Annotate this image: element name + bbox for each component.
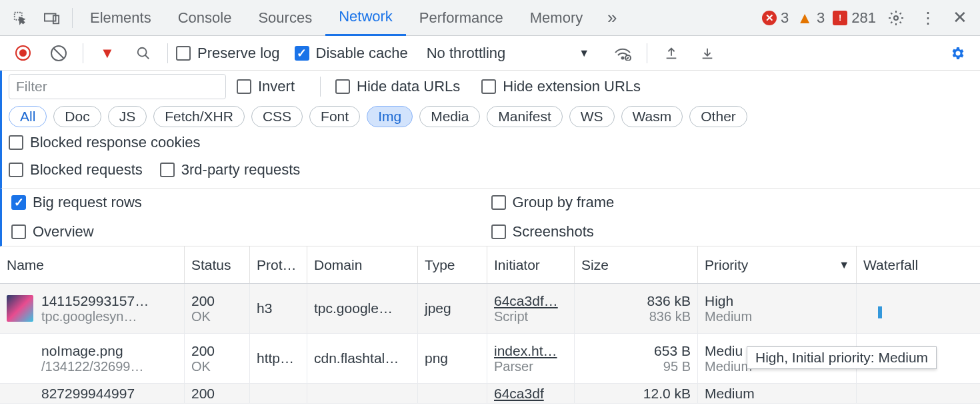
filter-bar: Invert Hide data URLs Hide extension URL… bbox=[0, 71, 980, 103]
cell-priority: High Medium bbox=[698, 284, 857, 333]
overview-option[interactable]: Overview bbox=[11, 223, 481, 240]
blocked-cookies-checkbox[interactable] bbox=[9, 135, 23, 150]
table-row[interactable]: 141152993157… tpc.googlesyn… 200 OK h3 t… bbox=[0, 284, 980, 334]
col-status[interactable]: Status bbox=[185, 246, 250, 283]
overview-checkbox[interactable] bbox=[11, 224, 26, 239]
hide-ext-label: Hide extension URLs bbox=[503, 78, 641, 95]
preserve-log-option[interactable]: Preserve log bbox=[176, 45, 280, 62]
cell-status: 200 OK bbox=[185, 334, 250, 383]
col-waterfall[interactable]: Waterfall bbox=[857, 246, 980, 283]
inspect-icon[interactable] bbox=[7, 5, 33, 31]
hide-data-urls-option[interactable]: Hide data URLs bbox=[335, 78, 460, 95]
big-rows-option[interactable]: Big request rows bbox=[11, 194, 481, 211]
device-toggle-icon[interactable] bbox=[39, 5, 65, 31]
cell-size: 12.0 kB bbox=[575, 384, 698, 403]
chip-ws[interactable]: WS bbox=[569, 106, 615, 127]
issues-icon: ! bbox=[833, 11, 847, 25]
preserve-log-label: Preserve log bbox=[197, 45, 280, 62]
tab-memory[interactable]: Memory bbox=[517, 0, 596, 36]
tab-performance[interactable]: Performance bbox=[406, 0, 517, 36]
chip-css[interactable]: CSS bbox=[251, 106, 303, 127]
third-party-checkbox[interactable] bbox=[160, 163, 175, 177]
filter-toggle-icon[interactable]: ▼ bbox=[94, 40, 121, 67]
tab-console[interactable]: Console bbox=[165, 0, 245, 36]
col-protocol[interactable]: Prot… bbox=[250, 246, 307, 283]
screenshots-checkbox[interactable] bbox=[491, 224, 506, 239]
throttling-select[interactable]: No throttling ▼ bbox=[423, 45, 603, 62]
cell-protocol: http… bbox=[250, 334, 307, 383]
divider bbox=[167, 43, 168, 63]
close-icon[interactable]: ✕ bbox=[947, 5, 973, 31]
clear-button[interactable] bbox=[45, 40, 72, 67]
table-row[interactable]: 827299944997 200 64ca3df 12.0 kB Medium bbox=[0, 384, 980, 404]
disable-cache-label: Disable cache bbox=[316, 45, 408, 62]
chip-doc[interactable]: Doc bbox=[53, 106, 101, 127]
error-count[interactable]: ✕ 3 bbox=[762, 9, 789, 27]
search-icon[interactable] bbox=[130, 40, 157, 67]
tab-network[interactable]: Network bbox=[325, 0, 406, 36]
chip-img[interactable]: Img bbox=[367, 106, 413, 127]
initiator-link[interactable]: 64ca3df bbox=[494, 386, 567, 402]
col-name[interactable]: Name bbox=[0, 246, 185, 283]
chip-fetch[interactable]: Fetch/XHR bbox=[153, 106, 245, 127]
cell-type: jpeg bbox=[418, 284, 487, 333]
blocked-req-checkbox[interactable] bbox=[9, 163, 23, 177]
initiator-type: Parser bbox=[494, 359, 567, 374]
upload-har-icon[interactable] bbox=[658, 40, 685, 67]
screenshots-option[interactable]: Screenshots bbox=[491, 223, 961, 240]
col-initiator[interactable]: Initiator bbox=[487, 246, 575, 283]
svg-point-3 bbox=[894, 16, 898, 20]
filter-input[interactable] bbox=[9, 74, 226, 99]
download-har-icon[interactable] bbox=[694, 40, 721, 67]
chip-wasm[interactable]: Wasm bbox=[621, 106, 683, 127]
tab-sources[interactable]: Sources bbox=[245, 0, 325, 36]
cell-status: 200 bbox=[185, 384, 250, 403]
col-size[interactable]: Size bbox=[575, 246, 698, 283]
network-settings-icon[interactable] bbox=[944, 40, 971, 67]
initiator-link[interactable]: 64ca3df… bbox=[494, 293, 567, 309]
third-party-option[interactable]: 3rd-party requests bbox=[160, 161, 301, 179]
svg-line-5 bbox=[145, 55, 149, 59]
kebab-menu-icon[interactable]: ⋮ bbox=[915, 5, 941, 31]
blocked-cookies-option[interactable]: Blocked response cookies bbox=[9, 134, 201, 151]
status-text: OK bbox=[191, 309, 243, 324]
invert-checkbox[interactable] bbox=[237, 79, 251, 94]
row-name: 141152993157… bbox=[41, 293, 149, 309]
group-frame-option[interactable]: Group by frame bbox=[491, 194, 961, 211]
more-tabs-icon[interactable]: » bbox=[599, 5, 625, 31]
record-button[interactable] bbox=[9, 40, 36, 67]
col-domain[interactable]: Domain bbox=[307, 246, 418, 283]
disable-cache-option[interactable]: Disable cache bbox=[295, 45, 408, 62]
network-conditions-icon[interactable] bbox=[609, 40, 636, 67]
error-icon: ✕ bbox=[762, 11, 777, 25]
disable-cache-checkbox[interactable] bbox=[295, 46, 309, 61]
hide-data-checkbox[interactable] bbox=[335, 79, 350, 94]
chip-other[interactable]: Other bbox=[689, 106, 747, 127]
type-filter-row: All Doc JS Fetch/XHR CSS Font Img Media … bbox=[0, 103, 980, 155]
col-priority-label: Priority bbox=[705, 257, 748, 273]
hide-ext-checkbox[interactable] bbox=[481, 79, 496, 94]
col-type[interactable]: Type bbox=[418, 246, 487, 283]
preserve-log-checkbox[interactable] bbox=[176, 46, 191, 61]
chip-manifest[interactable]: Manifest bbox=[487, 106, 562, 127]
cell-protocol bbox=[250, 384, 307, 403]
issues-count[interactable]: ! 281 bbox=[833, 9, 876, 27]
chip-font[interactable]: Font bbox=[309, 106, 360, 127]
group-frame-checkbox[interactable] bbox=[491, 195, 506, 210]
col-priority[interactable]: Priority ▼ bbox=[698, 246, 857, 283]
cell-size: 836 kB 836 kB bbox=[575, 284, 698, 333]
chip-all[interactable]: All bbox=[9, 106, 47, 127]
hide-extension-urls-option[interactable]: Hide extension URLs bbox=[481, 78, 641, 95]
chip-js[interactable]: JS bbox=[108, 106, 147, 127]
warning-count[interactable]: ▲ 3 bbox=[797, 9, 825, 27]
chip-media[interactable]: Media bbox=[419, 106, 480, 127]
cell-protocol: h3 bbox=[250, 284, 307, 333]
blocked-requests-option[interactable]: Blocked requests bbox=[9, 161, 143, 179]
size-value: 836 kB bbox=[647, 293, 691, 309]
cell-name: noImage.png /134122/32699… bbox=[0, 334, 185, 383]
tab-elements[interactable]: Elements bbox=[77, 0, 165, 36]
settings-icon[interactable] bbox=[883, 5, 909, 31]
invert-option[interactable]: Invert bbox=[237, 78, 295, 95]
initiator-link[interactable]: index.ht… bbox=[494, 343, 567, 359]
big-rows-checkbox[interactable] bbox=[11, 195, 26, 210]
